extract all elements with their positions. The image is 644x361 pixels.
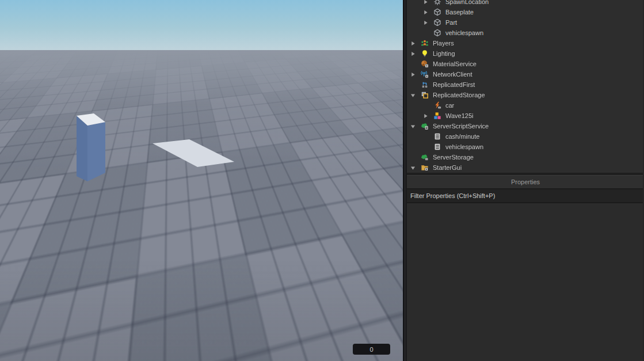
explorer-item-materialservice[interactable]: MaterialService [407,59,644,69]
roblox-studio-window: 0 SpawnLocationBaseplatePartvehiclespawn… [0,0,644,361]
explorer-item-serverscriptservice[interactable]: ServerScriptService [407,121,644,131]
chevron-expanded-icon[interactable] [409,164,416,171]
arrow-spacer [422,133,429,140]
panel-divider[interactable] [403,0,407,361]
explorer-item-label: vehiclespawn [445,28,483,38]
explorer-item-cash-minute[interactable]: cash/minute [407,131,644,142]
serverstorage-icon [421,153,429,161]
explorer-item-networkclient[interactable]: NetworkClient [407,69,644,79]
explorer-item-replicatedfirst[interactable]: ReplicatedFirst [407,79,644,90]
chevron-collapsed-icon[interactable] [422,9,429,16]
explorer-item-label: Players [433,38,454,48]
startergui-icon [421,164,429,172]
arrow-spacer [422,143,429,150]
arrow-spacer [409,60,416,67]
model-icon [433,112,442,120]
explorer-item-baseplate[interactable]: Baseplate [407,7,644,17]
explorer-item-label: ReplicatedStorage [433,90,485,100]
explorer-item-startergui[interactable]: StarterGui [407,162,644,173]
chevron-expanded-icon[interactable] [409,123,416,130]
materialservice-icon [421,60,429,68]
chevron-collapsed-icon[interactable] [409,71,416,78]
chevron-expanded-icon[interactable] [409,92,416,98]
spawnlocation-icon [433,0,442,6]
explorer-item-label: ServerScriptService [433,121,489,131]
properties-panel-title[interactable]: Properties [407,175,644,188]
chevron-collapsed-icon[interactable] [422,0,429,5]
explorer-item-label: Lighting [433,48,455,59]
arrow-spacer [422,102,429,109]
cash-counter-value: 0 [369,346,373,353]
explorer-item-wave125i[interactable]: Wave125i [407,111,644,121]
explorer-item-serverstorage[interactable]: ServerStorage [407,152,644,162]
explorer-item-label: SpawnLocation [445,0,489,7]
3d-viewport[interactable]: 0 [0,0,403,361]
explorer-item-replicatedstorage[interactable]: ReplicatedStorage [407,90,644,100]
chevron-collapsed-icon[interactable] [409,50,416,57]
explorer-item-label: Wave125i [445,111,474,121]
replicatedstorage-icon [421,91,429,99]
chevron-collapsed-icon[interactable] [422,19,429,26]
arrow-spacer [409,154,416,161]
lighting-icon [421,50,429,58]
script-icon [433,143,442,151]
explorer-item-vehiclespawn[interactable]: vehiclespawn [407,28,644,38]
networkclient-icon [421,70,429,78]
spawn-pad-part[interactable] [153,139,234,167]
serverscriptservice-icon [421,122,429,130]
explorer-item-label: Part [445,17,457,28]
explorer-item-label: StarterGui [433,162,462,173]
explorer-item-label: MaterialService [433,59,477,69]
replicatedfirst-icon [421,81,429,89]
part-icon [433,29,442,37]
arrow-spacer [409,81,416,88]
script-icon [433,132,442,140]
explorer-item-label: NetworkClient [433,69,472,79]
players-icon [421,39,429,47]
explorer-item-label: ReplicatedFirst [433,79,475,90]
properties-empty-body [407,203,644,361]
scene-parts [0,0,403,361]
explorer-item-label: car [445,100,454,111]
explorer-item-spawnlocation[interactable]: SpawnLocation [407,0,644,7]
filter-properties-input[interactable] [407,189,644,202]
explorer-item-label: vehiclespawn [445,142,483,152]
explorer-item-label: cash/minute [445,131,479,142]
remoteevent-icon [433,101,442,109]
chevron-collapsed-icon[interactable] [422,112,429,119]
arrow-spacer [422,29,429,36]
explorer-panel: SpawnLocationBaseplatePartvehiclespawnPl… [407,0,644,173]
properties-panel: Properties [407,173,644,361]
properties-title-label: Properties [511,178,540,185]
explorer-item-label: ServerStorage [433,152,474,162]
explorer-item-lighting[interactable]: Lighting [407,48,644,59]
chevron-collapsed-icon[interactable] [409,40,416,47]
explorer-item-players[interactable]: Players [407,38,644,48]
part-icon [433,8,442,16]
explorer-item-part[interactable]: Part [407,17,644,28]
part-icon [433,18,442,26]
explorer-item-car[interactable]: car [407,100,644,111]
cash-counter-badge: 0 [353,344,390,355]
blue-part[interactable] [77,113,105,181]
explorer-item-label: Baseplate [445,7,474,17]
explorer-item-vehiclespawn[interactable]: vehiclespawn [407,142,644,152]
explorer-tree: SpawnLocationBaseplatePartvehiclespawnPl… [407,0,644,173]
